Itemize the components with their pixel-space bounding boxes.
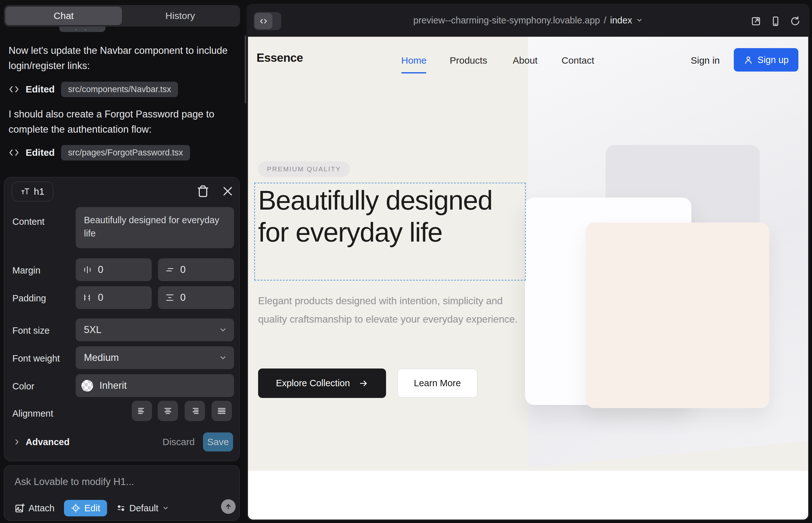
- color-value: Inherit: [100, 380, 127, 391]
- nav-link-contact[interactable]: Contact: [562, 55, 594, 66]
- file-path-badge[interactable]: src/pages/ForgotPassword.tsx: [61, 145, 190, 161]
- font-weight-select[interactable]: Medium: [76, 346, 234, 369]
- hero-subtext: Elegant products designed with intention…: [258, 292, 524, 328]
- composer-placeholder[interactable]: Ask Lovable to modify H1...: [15, 476, 134, 488]
- align-left-icon: [137, 406, 147, 416]
- discard-button[interactable]: Discard: [162, 432, 195, 451]
- save-button[interactable]: Save: [203, 432, 233, 451]
- assistant-message: Now let's update the Navbar component to…: [8, 43, 233, 73]
- advanced-toggle[interactable]: Advanced: [13, 432, 70, 451]
- nav-active-underline: [401, 72, 426, 73]
- chevron-down-icon: [219, 326, 227, 334]
- advanced-label: Advanced: [26, 437, 70, 447]
- site-preview: Essence Home Products About Contact Sign…: [248, 37, 808, 520]
- content-input[interactable]: Beautifully designed for everyday life: [76, 207, 234, 248]
- code-icon: [8, 84, 19, 95]
- margin-x-value: 0: [98, 264, 103, 275]
- edited-file-row[interactable]: Edited src/components/Navbar.tsx: [8, 82, 178, 97]
- alignment-label: Alignment: [12, 409, 53, 419]
- site-logo[interactable]: Essence: [257, 51, 303, 65]
- chat-history-tabs: Chat History: [4, 5, 240, 26]
- chevron-down-icon: [162, 505, 169, 511]
- user-icon: [744, 55, 753, 65]
- attach-image-icon: [15, 503, 25, 513]
- decorative-card-cream: [586, 222, 769, 408]
- font-size-value: 5XL: [84, 324, 101, 336]
- url-domain: preview--charming-site-symphony.lovable.…: [413, 15, 600, 26]
- align-right-icon: [190, 406, 200, 416]
- padding-horizontal-icon: [83, 293, 92, 302]
- align-justify-button[interactable]: [212, 401, 232, 421]
- font-size-select[interactable]: 5XL: [76, 319, 234, 341]
- open-in-new-tab-icon[interactable]: [751, 16, 761, 26]
- typography-icon: [21, 187, 30, 196]
- margin-horizontal-icon: [83, 265, 92, 274]
- url-page: index: [610, 15, 632, 26]
- align-right-button[interactable]: [184, 401, 205, 421]
- margin-y-input[interactable]: 0: [158, 258, 234, 281]
- font-weight-label: Font weight: [12, 353, 60, 364]
- color-picker-field[interactable]: Inherit: [76, 374, 234, 397]
- explore-collection-button[interactable]: Explore Collection: [258, 368, 386, 398]
- arrow-up-icon: [225, 503, 232, 510]
- nav-link-products[interactable]: Products: [450, 55, 487, 66]
- url-bar[interactable]: preview--charming-site-symphony.lovable.…: [247, 4, 810, 37]
- margin-y-value: 0: [180, 264, 186, 275]
- font-size-label: Font size: [12, 325, 50, 336]
- edited-file-row[interactable]: Edited src/pages/ForgotPassword.tsx: [8, 145, 190, 160]
- composer-toolbar: Attach Edit Default: [15, 500, 169, 516]
- padding-x-value: 0: [98, 292, 103, 303]
- align-left-button[interactable]: [132, 401, 152, 421]
- send-button[interactable]: [221, 499, 236, 514]
- chat-sidebar: Chat History . . Now let's update the Na…: [0, 0, 247, 523]
- assistant-message: I should also create a Forgot Password p…: [8, 107, 233, 137]
- padding-x-input[interactable]: 0: [76, 286, 152, 309]
- refresh-icon[interactable]: [790, 16, 800, 26]
- scrollbar-thumb[interactable]: [245, 35, 246, 104]
- chat-composer[interactable]: Ask Lovable to modify H1... Attach Edit …: [4, 465, 240, 521]
- align-center-icon: [163, 406, 173, 416]
- attach-button[interactable]: Attach: [15, 503, 54, 513]
- color-label: Color: [12, 381, 34, 392]
- premium-quality-badge: PREMIUM QUALITY: [258, 161, 350, 177]
- sign-in-link[interactable]: Sign in: [691, 55, 720, 66]
- hero-headline[interactable]: Beautifully designed for everyday life: [258, 184, 515, 248]
- margin-x-input[interactable]: 0: [76, 258, 152, 281]
- chevron-right-icon: [13, 438, 21, 446]
- sign-up-label: Sign up: [758, 55, 789, 65]
- edited-label: Edited: [26, 84, 55, 95]
- element-editor-panel: h1 Content Beautifully designed for ever…: [4, 177, 240, 461]
- color-swatch[interactable]: [82, 380, 93, 392]
- mode-selector[interactable]: Default: [117, 503, 169, 513]
- preview-browser-frame: preview--charming-site-symphony.lovable.…: [247, 4, 810, 521]
- learn-more-button[interactable]: Learn More: [397, 368, 478, 398]
- align-center-button[interactable]: [158, 401, 178, 421]
- padding-y-input[interactable]: 0: [158, 286, 234, 309]
- tab-chat[interactable]: Chat: [5, 7, 122, 25]
- file-path-badge[interactable]: src/components/Navbar.tsx: [61, 82, 178, 97]
- nav-link-home[interactable]: Home: [401, 55, 427, 66]
- element-tag-badge[interactable]: h1: [12, 182, 53, 201]
- padding-y-value: 0: [180, 292, 186, 303]
- edit-label: Edit: [84, 503, 100, 513]
- tab-history[interactable]: History: [122, 7, 239, 25]
- padding-label: Padding: [12, 293, 46, 304]
- nav-link-about[interactable]: About: [513, 55, 537, 66]
- font-weight-value: Medium: [84, 352, 119, 363]
- mobile-view-icon[interactable]: [770, 16, 781, 26]
- sign-up-button[interactable]: Sign up: [734, 48, 798, 72]
- hero-section: Essence Home Products About Contact Sign…: [248, 37, 808, 471]
- attach-label: Attach: [29, 503, 54, 513]
- truncated-badge: . .: [59, 26, 105, 32]
- chevron-down-icon: [636, 17, 643, 24]
- margin-label: Margin: [12, 265, 40, 276]
- align-justify-icon: [217, 406, 227, 416]
- padding-vertical-icon: [165, 293, 175, 302]
- close-icon[interactable]: [222, 185, 234, 198]
- chevron-down-icon: [219, 354, 227, 362]
- edit-mode-button[interactable]: Edit: [64, 500, 107, 516]
- arrow-right-icon: [359, 379, 368, 388]
- delete-icon[interactable]: [197, 185, 209, 198]
- margin-vertical-icon: [165, 265, 175, 274]
- mode-label: Default: [129, 503, 158, 513]
